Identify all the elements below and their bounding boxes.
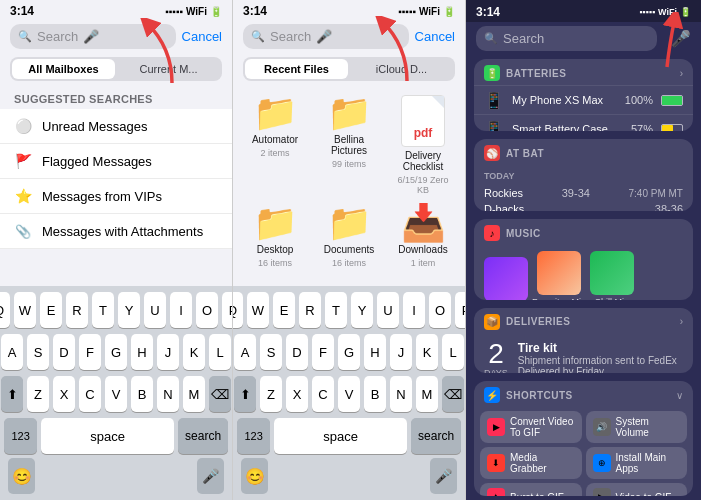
- file-downloads[interactable]: 📥 Downloads 1 item: [391, 205, 455, 268]
- key-h[interactable]: H: [131, 334, 153, 370]
- music-content: Favorites Mix Chill Mix: [474, 245, 693, 300]
- key-z[interactable]: Z: [27, 376, 49, 412]
- files-key-h[interactable]: H: [364, 334, 386, 370]
- key-o[interactable]: O: [196, 292, 218, 328]
- team-dbacks: D-backs: [484, 203, 524, 211]
- files-mic-icon[interactable]: 🎤: [316, 29, 332, 44]
- key-e[interactable]: E: [40, 292, 62, 328]
- files-key-emoji[interactable]: 😊: [241, 458, 268, 494]
- key-t[interactable]: T: [92, 292, 114, 328]
- files-key-space[interactable]: space: [274, 418, 407, 454]
- files-key-i[interactable]: I: [403, 292, 425, 328]
- key-j[interactable]: J: [157, 334, 179, 370]
- file-documents[interactable]: 📁 Documents 16 items: [317, 205, 381, 268]
- files-key-f[interactable]: F: [312, 334, 334, 370]
- key-mic[interactable]: 🎤: [197, 458, 224, 494]
- file-desktop[interactable]: 📁 Desktop 16 items: [243, 205, 307, 268]
- key-d[interactable]: D: [53, 334, 75, 370]
- files-key-o[interactable]: O: [429, 292, 451, 328]
- suggestion-attachments[interactable]: 📎 Messages with Attachments: [0, 214, 232, 249]
- music-item-favorites[interactable]: Favorites Mix: [532, 251, 586, 300]
- key-n[interactable]: N: [157, 376, 179, 412]
- files-key-m[interactable]: M: [416, 376, 438, 412]
- suggestion-vip[interactable]: ⭐ Messages from VIPs: [0, 179, 232, 214]
- files-key-b[interactable]: B: [364, 376, 386, 412]
- file-delivery-pdf[interactable]: pdf Delivery Checklist 6/15/19 Zero KB: [391, 95, 455, 195]
- game-row-rockies: Rockies 39-34 7:40 PM MT: [484, 185, 683, 201]
- files-key-q[interactable]: Q: [233, 292, 243, 328]
- key-x[interactable]: X: [53, 376, 75, 412]
- delivery-item-name: Tire kit: [518, 341, 683, 355]
- files-key-z[interactable]: Z: [260, 376, 282, 412]
- files-signal-icon: ▪▪▪▪▪: [398, 6, 416, 17]
- key-m[interactable]: M: [183, 376, 205, 412]
- files-key-c[interactable]: C: [312, 376, 334, 412]
- key-u[interactable]: U: [144, 292, 166, 328]
- mail-segment-all[interactable]: All Mailboxes: [12, 59, 115, 79]
- key-a[interactable]: A: [1, 334, 23, 370]
- files-key-g[interactable]: G: [338, 334, 360, 370]
- shortcut-videogif-label: Video to GIF: [616, 492, 672, 496]
- key-w[interactable]: W: [14, 292, 36, 328]
- files-key-d[interactable]: D: [286, 334, 308, 370]
- key-c[interactable]: C: [79, 376, 101, 412]
- shortcut-system-volume[interactable]: 🔊 System Volume: [586, 411, 688, 443]
- key-v[interactable]: V: [105, 376, 127, 412]
- key-r[interactable]: R: [66, 292, 88, 328]
- files-segment-recent[interactable]: Recent Files: [245, 59, 348, 79]
- files-key-t[interactable]: T: [325, 292, 347, 328]
- key-f[interactable]: F: [79, 334, 101, 370]
- shortcut-burst-gif[interactable]: ✦ Burst to GIF: [480, 483, 582, 496]
- files-key-x[interactable]: X: [286, 376, 308, 412]
- file-automator[interactable]: 📁 Automator 2 items: [243, 95, 307, 195]
- key-shift[interactable]: ⬆: [1, 376, 23, 412]
- file-delivery-name: Delivery Checklist: [391, 150, 455, 172]
- files-key-u[interactable]: U: [377, 292, 399, 328]
- suggestion-flagged[interactable]: 🚩 Flagged Messages: [0, 144, 232, 179]
- key-p[interactable]: P: [222, 292, 233, 328]
- key-k[interactable]: K: [183, 334, 205, 370]
- spotlight-search-input[interactable]: 🔍 Search: [476, 26, 657, 51]
- key-b[interactable]: B: [131, 376, 153, 412]
- key-123[interactable]: 123: [4, 418, 37, 454]
- files-key-y[interactable]: Y: [351, 292, 373, 328]
- shortcuts-chevron: ∨: [676, 390, 683, 401]
- music-item-chill[interactable]: Chill Mix: [590, 251, 634, 300]
- files-key-delete[interactable]: ⌫: [442, 376, 464, 412]
- files-key-v[interactable]: V: [338, 376, 360, 412]
- key-space[interactable]: space: [41, 418, 174, 454]
- key-emoji[interactable]: 😊: [8, 458, 35, 494]
- files-key-search[interactable]: search: [411, 418, 461, 454]
- key-delete[interactable]: ⌫: [209, 376, 231, 412]
- files-key-s[interactable]: S: [260, 334, 282, 370]
- mail-mic-icon[interactable]: 🎤: [83, 29, 99, 44]
- shortcut-convert-video[interactable]: ▶ Convert Video To GIF: [480, 411, 582, 443]
- key-s[interactable]: S: [27, 334, 49, 370]
- key-i[interactable]: I: [170, 292, 192, 328]
- file-bellina[interactable]: 📁 Bellina Pictures 99 items: [317, 95, 381, 195]
- files-key-a[interactable]: A: [234, 334, 256, 370]
- files-key-n[interactable]: N: [390, 376, 412, 412]
- files-key-l[interactable]: L: [442, 334, 464, 370]
- shortcut-media-grabber[interactable]: ⬇ Media Grabber: [480, 447, 582, 479]
- shortcuts-title: SHORTCUTS: [506, 390, 670, 401]
- files-key-shift[interactable]: ⬆: [234, 376, 256, 412]
- key-y[interactable]: Y: [118, 292, 140, 328]
- files-key-w[interactable]: W: [247, 292, 269, 328]
- files-key-123[interactable]: 123: [237, 418, 270, 454]
- key-g[interactable]: G: [105, 334, 127, 370]
- shortcut-install-apps[interactable]: ⊕ Install Main Apps: [586, 447, 688, 479]
- files-key-e[interactable]: E: [273, 292, 295, 328]
- files-key-mic[interactable]: 🎤: [430, 458, 457, 494]
- files-status-icons: ▪▪▪▪▪ WiFi 🔋: [398, 6, 455, 17]
- key-q[interactable]: Q: [0, 292, 10, 328]
- files-key-p[interactable]: P: [455, 292, 466, 328]
- music-icon: ♪: [484, 225, 500, 241]
- suggestion-unread[interactable]: ⚪ Unread Messages: [0, 109, 232, 144]
- shortcut-video-gif[interactable]: ▶ Video to GIF: [586, 483, 688, 496]
- key-l[interactable]: L: [209, 334, 231, 370]
- files-key-j[interactable]: J: [390, 334, 412, 370]
- key-search[interactable]: search: [178, 418, 228, 454]
- files-key-r[interactable]: R: [299, 292, 321, 328]
- files-key-k[interactable]: K: [416, 334, 438, 370]
